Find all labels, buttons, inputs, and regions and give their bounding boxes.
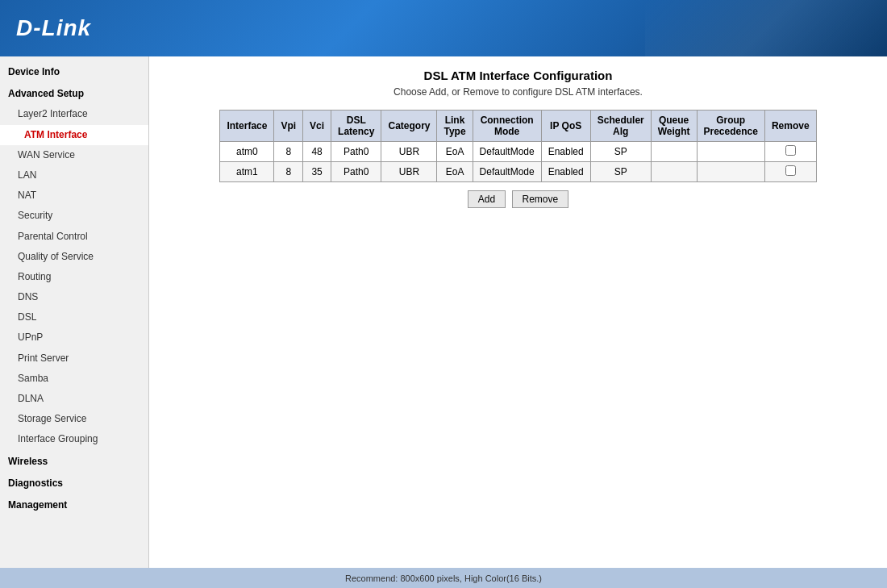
sidebar-item-wireless[interactable]: Wireless xyxy=(0,450,148,472)
sidebar-item-layer2-interface[interactable]: Layer2 Interface xyxy=(0,104,148,124)
col-interface: Interface xyxy=(220,111,274,142)
sidebar: Device Info Advanced Setup Layer2 Interf… xyxy=(0,56,149,568)
table-row: atm0848Path0UBREoADefaultModeEnabledSP xyxy=(220,142,816,162)
footer-text: Recommend: 800x600 pixels, High Color(16… xyxy=(345,573,542,583)
sidebar-item-lan[interactable]: LAN xyxy=(0,165,148,186)
content-wrapper: SetupRouter.com DSL ATM Interface Config… xyxy=(149,56,887,568)
sidebar-item-print-server[interactable]: Print Server xyxy=(0,348,148,369)
remove-checkbox-0[interactable] xyxy=(764,142,816,162)
sidebar-item-nat[interactable]: NAT xyxy=(0,186,148,206)
sidebar-item-dns[interactable]: DNS xyxy=(0,287,148,307)
page-subtitle: Choose Add, or Remove to configure DSL A… xyxy=(165,86,871,98)
col-link-type: LinkType xyxy=(437,111,473,142)
logo: D-Link xyxy=(16,15,91,41)
remove-checkbox-1[interactable] xyxy=(764,162,816,182)
col-group-precedence: GroupPrecedence xyxy=(697,111,764,142)
sidebar-item-dlna[interactable]: DLNA xyxy=(0,389,148,409)
page-title: DSL ATM Interface Configuration xyxy=(165,69,871,82)
sidebar-item-upnp[interactable]: UPnP xyxy=(0,327,148,348)
sidebar-item-quality-of-service[interactable]: Quality of Service xyxy=(0,247,148,267)
sidebar-item-routing[interactable]: Routing xyxy=(0,267,148,287)
col-dsl-latency: DSLLatency xyxy=(331,111,381,142)
col-remove: Remove xyxy=(764,111,816,142)
col-vpi: Vpi xyxy=(274,111,303,142)
add-button[interactable]: Add xyxy=(468,190,506,208)
sidebar-item-atm-interface[interactable]: ATM Interface xyxy=(0,125,148,145)
sidebar-item-parental-control[interactable]: Parental Control xyxy=(0,227,148,247)
col-queue-weight: QueueWeight xyxy=(651,111,697,142)
sidebar-item-security[interactable]: Security xyxy=(0,206,148,226)
atm-table: Interface Vpi Vci DSLLatency Category Li… xyxy=(219,110,816,182)
sidebar-item-storage-service[interactable]: Storage Service xyxy=(0,409,148,429)
sidebar-item-wan-service[interactable]: WAN Service xyxy=(0,145,148,165)
col-ip-qos: IP QoS xyxy=(541,111,590,142)
table-row: atm1835Path0UBREoADefaultModeEnabledSP xyxy=(220,162,816,182)
sidebar-item-dsl[interactable]: DSL xyxy=(0,307,148,327)
main-content: DSL ATM Interface Configuration Choose A… xyxy=(149,56,887,220)
col-category: Category xyxy=(381,111,437,142)
header: D-Link xyxy=(0,0,887,56)
sidebar-item-device-info[interactable]: Device Info xyxy=(0,60,148,82)
footer: Recommend: 800x600 pixels, High Color(16… xyxy=(0,568,887,588)
sidebar-item-diagnostics[interactable]: Diagnostics xyxy=(0,472,148,494)
col-scheduler-alg: SchedulerAlg xyxy=(590,111,651,142)
sidebar-item-advanced-setup[interactable]: Advanced Setup xyxy=(0,82,148,104)
remove-button[interactable]: Remove xyxy=(512,190,569,208)
sidebar-item-management[interactable]: Management xyxy=(0,494,148,515)
col-vci: Vci xyxy=(303,111,331,142)
col-connection-mode: ConnectionMode xyxy=(473,111,541,142)
button-row: Add Remove xyxy=(165,190,871,208)
sidebar-item-samba[interactable]: Samba xyxy=(0,369,148,389)
sidebar-item-interface-grouping[interactable]: Interface Grouping xyxy=(0,429,148,449)
